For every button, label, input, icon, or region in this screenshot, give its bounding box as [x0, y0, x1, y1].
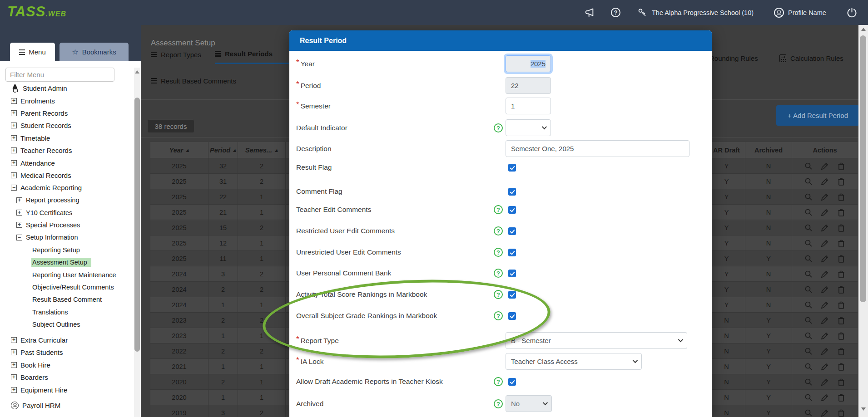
tab-result-based-comments[interactable]: Result Based Comments — [151, 74, 236, 88]
description-input[interactable]: Semester One, 2025 — [506, 140, 689, 157]
view-icon[interactable] — [804, 162, 813, 171]
profile-menu[interactable]: Profile Name — [774, 0, 826, 25]
sidebar-item[interactable]: Academic Reporting — [0, 182, 134, 194]
edit-icon[interactable] — [820, 192, 829, 201]
delete-icon[interactable] — [837, 347, 846, 356]
sidebar-item[interactable]: Reporting User Maintenance — [0, 269, 134, 281]
tab-report-types[interactable]: Report Types — [151, 48, 201, 61]
delete-icon[interactable] — [837, 192, 846, 201]
view-icon[interactable] — [804, 300, 813, 309]
view-icon[interactable] — [804, 362, 813, 371]
delete-icon[interactable] — [837, 393, 846, 402]
comment-flag-checkbox[interactable] — [508, 188, 516, 196]
semester-input[interactable]: 1 — [506, 98, 551, 114]
edit-icon[interactable] — [820, 177, 829, 186]
edit-icon[interactable] — [820, 300, 829, 309]
tree-icon[interactable] — [16, 235, 22, 240]
edit-icon[interactable] — [820, 223, 829, 232]
tree-icon[interactable] — [11, 147, 17, 153]
tree-icon[interactable] — [16, 222, 22, 228]
column-header-ar-draft[interactable]: AR Draft — [708, 142, 745, 158]
sidebar-item[interactable]: Medical Records — [0, 169, 134, 182]
column-header-archived[interactable]: Archived — [745, 142, 792, 158]
edit-icon[interactable] — [820, 270, 829, 279]
delete-icon[interactable] — [837, 285, 846, 294]
edit-icon[interactable] — [820, 208, 829, 217]
delete-icon[interactable] — [837, 331, 846, 340]
school-selector[interactable]: The Alpha Progressive School (10) — [637, 0, 754, 25]
sidebar-item[interactable]: Special Processes — [0, 219, 134, 231]
help-button[interactable]: ? — [611, 0, 620, 25]
sidebar-item[interactable]: Boarders — [0, 371, 134, 383]
archived-select[interactable]: No — [506, 395, 552, 412]
delete-icon[interactable] — [837, 300, 846, 309]
delete-icon[interactable] — [837, 223, 846, 232]
view-icon[interactable] — [804, 177, 813, 186]
tree-icon[interactable] — [11, 160, 17, 166]
view-icon[interactable] — [804, 378, 813, 387]
sidebar-item[interactable]: Setup Information — [0, 231, 134, 244]
tree-icon[interactable] — [11, 387, 17, 393]
tree-icon[interactable] — [11, 110, 17, 116]
edit-icon[interactable] — [820, 362, 829, 371]
delete-icon[interactable] — [837, 408, 846, 417]
ia-lock-select[interactable]: Teacher Class Access — [506, 353, 642, 370]
column-header-period[interactable]: Period▲ — [208, 142, 238, 158]
scroll-up-arrow[interactable] — [861, 28, 866, 31]
edit-icon[interactable] — [820, 239, 829, 248]
logout-button[interactable] — [846, 0, 858, 25]
sidebar-item[interactable]: Reporting Setup — [0, 244, 134, 256]
sidebar-item[interactable]: Equipment Hire — [0, 383, 134, 396]
teacher-edit-comments-checkbox[interactable] — [508, 206, 516, 214]
column-header-year[interactable]: Year▲ — [150, 142, 208, 158]
help-icon[interactable]: ? — [494, 205, 503, 214]
sidebar-item[interactable]: Past Students — [0, 346, 134, 358]
view-icon[interactable] — [804, 239, 813, 248]
edit-icon[interactable] — [820, 378, 829, 387]
delete-icon[interactable] — [837, 270, 846, 279]
user-personal-comment-bank-checkbox[interactable] — [508, 270, 516, 277]
edit-icon[interactable] — [820, 254, 829, 263]
view-icon[interactable] — [804, 208, 813, 217]
sidebar-item[interactable]: Timetable — [0, 132, 134, 144]
restricted-user-edit-comments-checkbox[interactable] — [508, 227, 516, 235]
column-header-semester[interactable]: Semes...▲ — [238, 142, 286, 158]
tree-icon[interactable] — [16, 197, 22, 203]
view-icon[interactable] — [804, 408, 813, 417]
report-type-select[interactable]: B - Semester — [506, 332, 687, 349]
edit-icon[interactable] — [820, 285, 829, 294]
filter-menu-input[interactable] — [5, 68, 114, 82]
delete-icon[interactable] — [837, 162, 846, 171]
tree-icon[interactable] — [11, 185, 17, 191]
tab-bookmarks[interactable]: ☆ Bookmarks — [60, 43, 129, 61]
tree-icon[interactable] — [11, 135, 17, 141]
view-icon[interactable] — [804, 223, 813, 232]
view-icon[interactable] — [804, 393, 813, 402]
sidebar-item[interactable]: Report processing — [0, 194, 134, 206]
page-scrollbar-thumb[interactable] — [860, 35, 866, 302]
sidebar-item[interactable]: Payroll HRM — [0, 399, 134, 412]
edit-icon[interactable] — [820, 316, 829, 325]
sidebar-item[interactable]: Book Hire — [0, 359, 134, 371]
view-icon[interactable] — [804, 254, 813, 263]
delete-icon[interactable] — [837, 316, 846, 325]
delete-icon[interactable] — [837, 208, 846, 217]
tree-icon[interactable] — [11, 98, 17, 104]
delete-icon[interactable] — [837, 254, 846, 263]
tree-icon[interactable] — [11, 362, 17, 368]
edit-icon[interactable] — [820, 393, 829, 402]
sidebar-item[interactable]: Student Records — [0, 119, 134, 132]
delete-icon[interactable] — [837, 362, 846, 371]
sidebar-scrollbar-thumb[interactable] — [134, 98, 140, 352]
allow-draft-reports-checkbox[interactable] — [508, 378, 516, 386]
sidebar-item[interactable]: Assessment Setup — [0, 256, 134, 268]
view-icon[interactable] — [804, 347, 813, 356]
tree-icon[interactable] — [11, 402, 19, 409]
help-icon[interactable]: ? — [494, 377, 503, 386]
sidebar-item[interactable]: Y10 Certificates — [0, 206, 134, 219]
help-icon[interactable]: ? — [494, 226, 503, 235]
tree-icon[interactable] — [11, 337, 17, 343]
tab-calculation-rules[interactable]: Calculation Rules — [779, 51, 843, 65]
scroll-down-arrow[interactable] — [861, 407, 866, 411]
tree-icon[interactable] — [11, 123, 17, 128]
